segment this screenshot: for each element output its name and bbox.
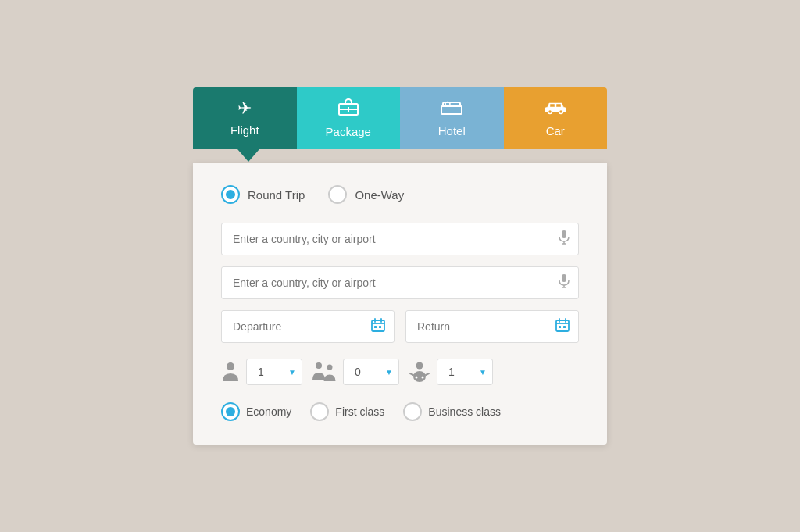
round-trip-radio[interactable] (221, 185, 240, 204)
tab-bar: ✈ Flight Package Hote (193, 87, 607, 149)
hotel-icon (441, 99, 462, 118)
booking-widget: ✈ Flight Package Hote (193, 87, 607, 445)
svg-point-5 (548, 110, 552, 114)
first-class-option[interactable]: First class (310, 402, 384, 421)
tab-pointer (238, 149, 259, 162)
round-trip-dot (226, 190, 235, 199)
passengers-row: 1 2 3 4 5 ▼ (221, 359, 579, 385)
svg-point-35 (422, 377, 424, 379)
one-way-option[interactable]: One-Way (328, 185, 404, 204)
svg-point-27 (227, 362, 234, 370)
business-class-option[interactable]: Business class (403, 402, 501, 421)
svg-point-28 (316, 362, 322, 369)
business-class-label: Business class (428, 405, 501, 418)
tab-hotel-label: Hotel (438, 124, 466, 137)
mic-icon-to (559, 274, 570, 291)
svg-line-33 (426, 373, 429, 375)
package-icon (338, 98, 359, 119)
tab-hotel[interactable]: Hotel (400, 87, 504, 149)
svg-point-4 (445, 102, 450, 106)
tab-package-label: Package (326, 125, 371, 138)
svg-rect-21 (556, 320, 569, 331)
tab-car-label: Car (546, 124, 565, 137)
svg-rect-15 (372, 320, 384, 331)
svg-point-31 (413, 371, 426, 382)
children-select-wrapper: 0 1 2 3 4 ▼ (343, 359, 399, 385)
cabin-class-group: Economy First class Business class (221, 402, 579, 421)
svg-line-32 (410, 373, 413, 375)
business-class-radio[interactable] (403, 402, 422, 421)
round-trip-option[interactable]: Round Trip (221, 185, 305, 204)
svg-rect-7 (550, 104, 555, 107)
round-trip-label: Round Trip (248, 188, 305, 202)
to-input[interactable] (221, 266, 579, 299)
tab-flight-label: Flight (230, 123, 259, 137)
from-input[interactable] (221, 223, 579, 255)
svg-point-30 (416, 362, 423, 370)
svg-rect-20 (379, 326, 381, 328)
svg-rect-12 (562, 274, 566, 282)
departure-calendar-icon (371, 318, 385, 335)
departure-input[interactable] (221, 310, 395, 343)
economy-label: Economy (246, 405, 291, 418)
svg-rect-26 (563, 326, 566, 328)
to-input-wrapper (221, 266, 579, 299)
departure-wrapper (221, 310, 395, 343)
date-row (221, 310, 579, 343)
return-wrapper (405, 310, 579, 343)
one-way-radio[interactable] (328, 185, 347, 204)
children-select[interactable]: 0 1 2 3 4 (343, 359, 399, 385)
adults-group: 1 2 3 4 5 ▼ (221, 359, 302, 385)
economy-option[interactable]: Economy (221, 402, 291, 421)
return-input[interactable] (405, 310, 579, 343)
return-calendar-icon (555, 318, 570, 335)
svg-point-34 (416, 377, 418, 379)
tab-pointer-wrapper (193, 149, 607, 163)
economy-dot (226, 407, 235, 416)
infants-select[interactable]: 0 1 2 3 (437, 359, 493, 385)
form-panel: Round Trip One-Way (193, 163, 607, 445)
tab-car[interactable]: Car (504, 87, 608, 149)
svg-rect-9 (562, 230, 566, 238)
tab-flight[interactable]: ✈ Flight (193, 87, 297, 149)
trip-type-group: Round Trip One-Way (221, 185, 579, 204)
children-icon (312, 361, 337, 383)
children-group: 0 1 2 3 4 ▼ (312, 359, 399, 385)
first-class-radio[interactable] (310, 402, 329, 421)
infants-group: 0 1 2 3 ▼ (409, 359, 493, 385)
svg-point-6 (559, 110, 562, 114)
infants-select-wrapper: 0 1 2 3 ▼ (437, 359, 493, 385)
svg-rect-3 (441, 106, 462, 114)
adult-icon (221, 361, 240, 383)
adults-select-wrapper: 1 2 3 4 5 ▼ (246, 359, 302, 385)
from-input-wrapper (221, 223, 579, 255)
car-icon (544, 99, 567, 118)
svg-rect-25 (559, 326, 561, 328)
one-way-label: One-Way (355, 188, 404, 202)
tab-package[interactable]: Package (297, 87, 401, 149)
svg-rect-8 (556, 104, 561, 107)
adults-select[interactable]: 1 2 3 4 5 (246, 359, 302, 385)
svg-rect-19 (374, 326, 377, 328)
economy-radio[interactable] (221, 402, 240, 421)
infant-icon (409, 361, 430, 383)
svg-point-29 (327, 365, 333, 370)
mic-icon-from (559, 230, 570, 248)
flight-icon: ✈ (238, 100, 252, 117)
first-class-label: First class (335, 405, 384, 418)
